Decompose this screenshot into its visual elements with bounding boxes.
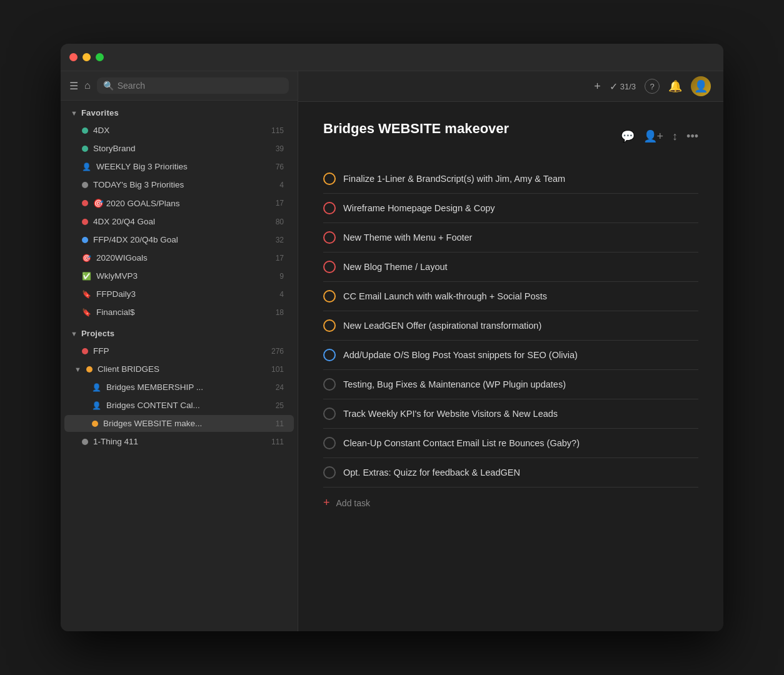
person-icon-content: 👤 (92, 401, 101, 410)
check-icon-wklymvp3: ✅ (82, 272, 91, 281)
sidebar-item-ffp[interactable]: FFP 276 (64, 342, 294, 359)
projects-chevron-icon: ▼ (71, 330, 78, 338)
traffic-lights (69, 53, 104, 61)
sidebar-item-goals2020[interactable]: 🎯 2020 GOALS/Plans 17 (64, 194, 294, 212)
minimize-button[interactable] (83, 53, 91, 61)
item-dot-goals2020 (82, 200, 88, 206)
sidebar-item-4dx[interactable]: 4DX 115 (64, 122, 294, 139)
item-count-bridges-content: 25 (276, 401, 284, 410)
task-item-5[interactable]: CC Email Launch with walk-through + Soci… (323, 282, 698, 311)
item-label-bridges-content: Bridges CONTENT Cal... (106, 401, 271, 410)
task-item-1[interactable]: Finalize 1-Liner & BrandScript(s) with J… (323, 164, 698, 194)
favorites-chevron-icon: ▼ (71, 109, 78, 117)
task-item-10[interactable]: Clean-Up Constant Contact Email List re … (323, 429, 698, 458)
notifications-icon[interactable]: 🔔 (668, 79, 682, 93)
task-item-4[interactable]: New Blog Theme / Layout (323, 252, 698, 282)
task-item-11[interactable]: Opt. Extras: Quizz for feedback & LeadGE… (323, 458, 698, 488)
item-dot-4dx-q4 (82, 219, 88, 225)
sidebar-item-storybrand[interactable]: StoryBrand 39 (64, 140, 294, 157)
app-window: ☰ ⌂ 🔍 ▼ Favorites 4DX 115 Sto (61, 44, 723, 631)
item-label-ffp-q4b: FFP/4DX 20/Q4b Goal (93, 235, 271, 244)
task-circle-11 (323, 466, 336, 479)
task-item-6[interactable]: New LeadGEN Offer (aspirational transfor… (323, 311, 698, 341)
titlebar (61, 44, 723, 71)
maximize-button[interactable] (96, 53, 104, 61)
sidebar-item-1thing411[interactable]: 1-Thing 411 111 (64, 433, 294, 450)
item-count-ffpdaily3: 4 (279, 290, 284, 299)
task-text-1: Finalize 1-Liner & BrandScript(s) with J… (343, 174, 565, 184)
task-text-10: Clean-Up Constant Contact Email List re … (343, 438, 580, 448)
item-label-1thing411: 1-Thing 411 (93, 437, 266, 446)
item-label-ffp: FFP (93, 346, 266, 356)
item-label-client-bridges: Client BRIDGES (98, 364, 266, 374)
task-list-header: Bridges WEBSITE makeover 💬 👤+ ↕ ••• (323, 121, 698, 152)
task-list-actions: 💬 👤+ ↕ ••• (621, 129, 698, 143)
sidebar-item-weekly-big3[interactable]: 👤 WEEKLY Big 3 Priorities 76 (64, 158, 294, 175)
help-icon[interactable]: ? (645, 79, 660, 94)
task-circle-7 (323, 349, 336, 361)
sort-icon[interactable]: ↕ (672, 130, 678, 143)
task-text-11: Opt. Extras: Quizz for feedback & LeadGE… (343, 468, 520, 478)
item-count-goals2020: 17 (276, 199, 284, 208)
close-button[interactable] (69, 53, 78, 61)
sidebar-item-ffpdaily3[interactable]: 🔖 FFPDaily3 4 (64, 286, 294, 302)
item-label-today-big3: TODAY's Big 3 Priorities (93, 180, 274, 189)
add-task-row[interactable]: + Add task (323, 488, 698, 518)
sidebar-item-bridges-content[interactable]: 👤 Bridges CONTENT Cal... 25 (64, 397, 294, 414)
sidebar-item-today-big3[interactable]: TODAY's Big 3 Priorities 4 (64, 176, 294, 193)
item-count-financial: 18 (276, 308, 284, 317)
sidebar-item-2020wigoals[interactable]: 🎯 2020WIGoals 17 (64, 249, 294, 266)
task-item-9[interactable]: Track Weekly KPI's for Website Visitors … (323, 399, 698, 429)
task-item-7[interactable]: Add/Update O/S Blog Post Yoast snippets … (323, 341, 698, 370)
task-counter: ✓ 31/3 (610, 81, 636, 92)
task-item-8[interactable]: Testing, Bug Fixes & Maintenance (WP Plu… (323, 370, 698, 399)
item-count-bridges-membership: 24 (276, 383, 284, 392)
add-task-toolbar-icon[interactable]: + (594, 80, 601, 93)
client-bridges-chevron-icon: ▼ (74, 366, 81, 373)
sidebar-item-ffp-q4b[interactable]: FFP/4DX 20/Q4b Goal 32 (64, 231, 294, 248)
item-label-bridges-membership: Bridges MEMBERSHIP ... (106, 382, 271, 392)
item-label-financial: Financial$ (96, 308, 271, 317)
more-icon[interactable]: ••• (686, 130, 698, 143)
task-item-3[interactable]: New Theme with Menu + Footer (323, 223, 698, 252)
task-text-8: Testing, Bug Fixes & Maintenance (WP Plu… (343, 379, 566, 389)
task-circle-1 (323, 172, 336, 185)
item-dot-ffp-q4b (82, 237, 88, 243)
item-dot-today-big3 (82, 182, 88, 188)
menu-icon[interactable]: ☰ (69, 80, 78, 92)
item-dot-bridges-website (92, 421, 98, 427)
counter-value: 31/3 (620, 82, 636, 91)
item-label-goals2020: 🎯 2020 GOALS/Plans (93, 198, 271, 208)
sidebar-item-financial[interactable]: 🔖 Financial$ 18 (64, 304, 294, 321)
add-task-plus-icon: + (323, 496, 330, 509)
person-icon-membership: 👤 (92, 383, 101, 392)
projects-section-header[interactable]: ▼ Projects (61, 321, 298, 342)
item-count-weekly-big3: 76 (276, 162, 284, 171)
sidebar-item-4dx-q4[interactable]: 4DX 20/Q4 Goal 80 (64, 213, 294, 230)
search-input[interactable] (118, 81, 283, 91)
item-label-wklymvp3: WklyMVP3 (96, 271, 274, 281)
item-count-client-bridges: 101 (271, 365, 284, 374)
item-dot-client-bridges (86, 366, 93, 372)
task-circle-10 (323, 437, 336, 449)
favorites-section-header[interactable]: ▼ Favorites (61, 101, 298, 121)
sidebar-header: ☰ ⌂ 🔍 (61, 71, 298, 101)
search-bar[interactable]: 🔍 (97, 78, 289, 94)
avatar[interactable]: 👤 (691, 76, 711, 96)
sidebar-item-client-bridges[interactable]: ▼ Client BRIDGES 101 (64, 361, 294, 378)
add-member-icon[interactable]: 👤+ (643, 129, 664, 143)
comment-icon[interactable]: 💬 (621, 129, 635, 143)
item-count-today-big3: 4 (279, 181, 284, 189)
item-label-bridges-website: Bridges WEBSITE make... (103, 419, 271, 428)
item-label-ffpdaily3: FFPDaily3 (96, 289, 274, 299)
task-circle-3 (323, 231, 336, 244)
sidebar-item-bridges-membership[interactable]: 👤 Bridges MEMBERSHIP ... 24 (64, 379, 294, 396)
task-item-2[interactable]: Wireframe Homepage Design & Copy (323, 194, 698, 223)
item-count-ffp-q4b: 32 (276, 236, 284, 244)
home-icon[interactable]: ⌂ (84, 80, 91, 91)
sidebar-item-wklymvp3[interactable]: ✅ WklyMVP3 9 (64, 268, 294, 284)
sidebar: ☰ ⌂ 🔍 ▼ Favorites 4DX 115 Sto (61, 71, 298, 631)
item-count-1thing411: 111 (271, 438, 284, 446)
top-toolbar: + ✓ 31/3 ? 🔔 👤 (298, 71, 723, 102)
sidebar-item-bridges-website[interactable]: Bridges WEBSITE make... 11 (64, 415, 294, 432)
